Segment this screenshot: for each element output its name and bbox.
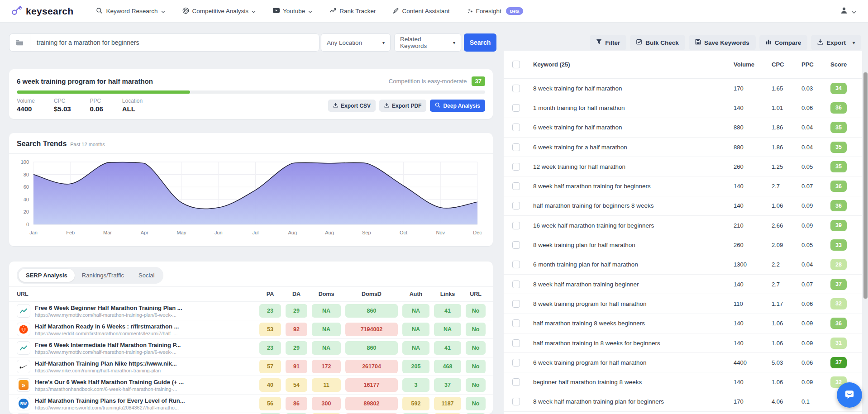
keyword-text[interactable]: 8 week training plan for half marathon [533, 242, 734, 248]
keyword-text[interactable]: 6 week training for half marathon [533, 124, 734, 131]
keyword-checkbox[interactable] [512, 359, 520, 366]
nav-item-foresight[interactable]: ForesightBeta [467, 7, 524, 15]
export-button[interactable]: Export▾ [811, 35, 861, 50]
search-type-select[interactable]: Related Keywords ▾ [394, 33, 461, 52]
keyword-text[interactable]: half marathon training 8 weeks beginners [533, 320, 734, 327]
stat-location: LocationALL [122, 98, 143, 113]
keyword-table-body: 8 week training for half marathon 170 1.… [504, 79, 862, 412]
serp-result-title[interactable]: Half Marathon Ready in 6 Weeks : r/first… [35, 323, 179, 330]
score-badge: 37 [830, 357, 847, 368]
target-icon [182, 7, 189, 15]
serp-result-title[interactable]: Here's Our 6 Week Half Marathon Training… [35, 379, 184, 385]
logo[interactable]: keysearch [11, 4, 73, 18]
keyword-text[interactable]: 8 week training for half marathon [533, 85, 734, 92]
keyword-text[interactable]: half marathon training for beginners 8 w… [533, 202, 734, 209]
keyword-text[interactable]: half marathon training in 8 weeks for be… [533, 340, 734, 347]
keyword-text[interactable]: 1 month training for half marathon [533, 105, 734, 111]
metric-cell: 56 [259, 397, 281, 410]
keyword-checkbox[interactable] [512, 300, 520, 308]
keyword-text[interactable]: 8 week half marathon training plan for b… [533, 398, 734, 405]
keyword-checkbox[interactable] [512, 281, 520, 288]
keyword-checkbox[interactable] [512, 124, 520, 131]
keyword-text[interactable]: 12 week training for half marathon [533, 163, 734, 170]
scrollbar[interactable] [863, 72, 868, 299]
nav-item-rank-tracker[interactable]: Rank Tracker [329, 8, 376, 14]
competition-progress-bar [17, 90, 485, 94]
keyword-text[interactable]: 16 week half marathon training for begin… [533, 222, 734, 229]
keyword-text[interactable]: 6 week training program for half maratho… [533, 359, 734, 366]
filter-button[interactable]: Filter [590, 35, 626, 50]
search-input[interactable] [30, 34, 319, 51]
nav-item-competitive-analysis[interactable]: Competitive Analysis [182, 7, 256, 15]
serp-result-title[interactable]: Half-Marathon Training Plan Nike https:/… [35, 360, 177, 367]
keyword-checkbox[interactable] [512, 85, 520, 92]
keyword-checkbox[interactable] [512, 319, 520, 327]
tab-social[interactable]: Social [131, 269, 162, 282]
deep-analysis-button[interactable]: Deep Analysis [430, 100, 485, 112]
metric-cell: No [466, 360, 486, 373]
keyword-checkbox[interactable] [512, 241, 520, 249]
svg-text:Jul: Jul [252, 230, 258, 235]
svg-text:60: 60 [24, 184, 29, 190]
serp-result-row: Free 6 Week Beginner Half Marathon Train… [9, 302, 493, 320]
keyword-text[interactable]: beginner half marathon training 8 weeks [533, 379, 734, 385]
nav-item-youtube[interactable]: Youtube [273, 8, 312, 14]
keyword-checkbox[interactable] [512, 163, 520, 171]
svg-text:Dec: Dec [473, 230, 482, 235]
user-menu[interactable] [840, 7, 856, 16]
metric-cell: NA [402, 341, 429, 355]
keyword-cpc: 2.09 [772, 242, 801, 248]
tab-serp-analysis[interactable]: SERP Analysis [19, 269, 75, 282]
search-type-select-value: Related Keywords [400, 36, 449, 49]
serp-result-title[interactable]: Free 6 Week Beginner Half Marathon Train… [35, 305, 182, 311]
nav-item-keyword-research[interactable]: Keyword Research [96, 7, 165, 15]
export-csv-button[interactable]: Export CSV [328, 100, 376, 112]
nav-item-content-assistant[interactable]: Content Assistant [393, 8, 449, 15]
keyword-text[interactable]: 6 month training plan for half marathon [533, 261, 734, 268]
metric-cell: 40 [259, 378, 281, 392]
export-pdf-button[interactable]: Export PDF [379, 100, 426, 112]
folder-icon[interactable] [10, 34, 30, 51]
metric-cell: 468 [434, 360, 461, 373]
keyword-checkbox[interactable] [512, 261, 520, 268]
keyword-text[interactable]: 6 week training for a half marathon [533, 144, 734, 151]
serp-result-row: RW Half Marathon Training Plans for Ever… [9, 395, 493, 413]
keyword-cpc: 1.06 [772, 340, 801, 347]
serp-result-title[interactable]: Free 6 Week Intermediate Half Marathon T… [35, 342, 181, 348]
keyword-text[interactable]: 8 week half marathon training beginner [533, 281, 734, 288]
keyword-text[interactable]: 8 week training program for half maratho… [533, 300, 734, 307]
keyword-cpc: 1.86 [772, 124, 801, 131]
serp-result-title[interactable]: Half Marathon Training Plans for Every L… [35, 397, 185, 404]
location-select[interactable]: Any Location ▾ [321, 33, 391, 52]
keyword-cpc: 2.7 [772, 183, 801, 190]
bulk-check-button[interactable]: Bulk Check [630, 35, 685, 50]
keyword-checkbox[interactable] [512, 143, 520, 151]
filter-icon [596, 39, 602, 46]
serp-column-header-url-2: URL [466, 291, 486, 297]
keyword-checkbox[interactable] [512, 202, 520, 209]
keyword-text[interactable]: 8 week half marathon training for beginn… [533, 183, 734, 190]
competition-text: Competition is easy-moderate [389, 78, 467, 85]
keyword-checkbox[interactable] [512, 222, 520, 229]
save-keywords-button[interactable]: Save Keywords [689, 35, 756, 50]
keyword-checkbox[interactable] [512, 398, 520, 405]
svg-text:20: 20 [24, 209, 29, 214]
metric-cell: 89802 [345, 397, 398, 410]
metric-cell: NA [312, 323, 341, 336]
chat-widget-button[interactable] [837, 382, 862, 408]
site-favicon [17, 304, 30, 318]
score-badge: 35 [830, 142, 847, 153]
keyword-volume: 140 [734, 281, 772, 288]
search-button[interactable]: Search [464, 33, 496, 52]
score-badge: 36 [830, 318, 847, 329]
tab-rankings-traffic[interactable]: Rankings/Traffic [75, 269, 131, 282]
keyword-checkbox[interactable] [512, 378, 520, 386]
keyword-checkbox[interactable] [512, 104, 520, 112]
compare-button[interactable]: Compare [759, 35, 808, 50]
keyword-checkbox[interactable] [512, 182, 520, 190]
select-all-checkbox[interactable] [512, 61, 520, 68]
logo-text: keysearch [26, 6, 73, 17]
keyword-checkbox[interactable] [512, 339, 520, 347]
metric-cell: 205 [402, 360, 429, 373]
serp-column-header-domsd: DomsD [345, 291, 398, 297]
